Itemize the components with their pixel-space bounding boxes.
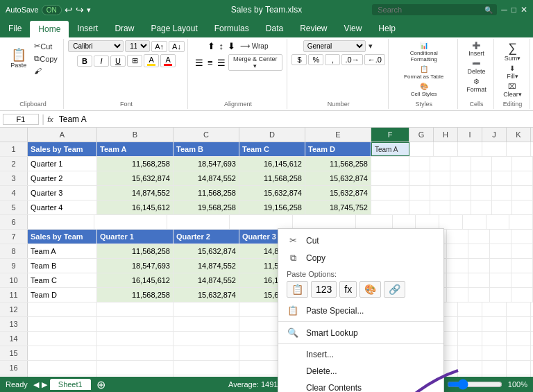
cell-H5[interactable] bbox=[430, 201, 451, 214]
col-header-B[interactable]: B bbox=[97, 128, 174, 142]
cell-K1[interactable] bbox=[507, 142, 531, 156]
cell-K11[interactable] bbox=[490, 288, 511, 302]
cell-B6[interactable] bbox=[94, 215, 167, 229]
currency-button[interactable]: $ bbox=[291, 54, 307, 65]
col-header-I[interactable]: I bbox=[458, 128, 482, 142]
cell-E6[interactable] bbox=[293, 215, 356, 229]
cell-L7[interactable] bbox=[511, 230, 533, 244]
cell-F4[interactable] bbox=[371, 186, 409, 200]
cell-14-1[interactable] bbox=[97, 332, 174, 346]
bold-button[interactable]: B bbox=[77, 56, 92, 67]
borders-button[interactable]: ⊞ bbox=[127, 55, 142, 67]
tab-data[interactable]: Data bbox=[257, 19, 291, 37]
cell-B8[interactable]: 11,568,258 bbox=[97, 244, 174, 258]
cell-H3[interactable] bbox=[430, 171, 451, 185]
cell-I6[interactable] bbox=[439, 215, 463, 229]
cell-A11[interactable]: Team D bbox=[28, 288, 97, 302]
font-name-select[interactable]: Calibri bbox=[68, 40, 124, 52]
paste-values-button[interactable]: 123 bbox=[311, 281, 337, 298]
col-header-A[interactable]: A bbox=[28, 128, 97, 142]
cell-J5[interactable] bbox=[471, 201, 492, 214]
cell-F3[interactable] bbox=[371, 171, 409, 185]
cell-15-9[interactable] bbox=[482, 346, 507, 360]
cell-K3[interactable] bbox=[492, 171, 513, 185]
cell-I3[interactable] bbox=[450, 171, 471, 185]
quick-access-more[interactable]: ▾ bbox=[87, 6, 91, 15]
cell-K8[interactable] bbox=[490, 244, 511, 258]
col-header-H[interactable]: H bbox=[434, 128, 458, 142]
paste-button[interactable]: 📋 Paste bbox=[6, 47, 31, 70]
cell-E4[interactable]: 15,632,874 bbox=[305, 186, 371, 200]
paste-format-button[interactable]: 🎨 bbox=[359, 281, 381, 298]
cell-13-0[interactable] bbox=[28, 317, 97, 331]
cell-16-2[interactable] bbox=[174, 361, 239, 375]
cell-J9[interactable] bbox=[468, 259, 490, 273]
format-table-button[interactable]: 📋 Format as Table bbox=[402, 64, 446, 81]
col-header-G[interactable]: G bbox=[409, 128, 434, 142]
cell-I2[interactable] bbox=[450, 157, 471, 171]
number-dropdown[interactable]: ▾ bbox=[367, 41, 374, 51]
cell-J8[interactable] bbox=[468, 244, 490, 258]
fill-color-button[interactable]: A bbox=[144, 54, 159, 67]
cell-D3[interactable]: 11,568,258 bbox=[239, 171, 305, 185]
scroll-sheets-right[interactable]: ▶ bbox=[42, 380, 47, 389]
cell-styles-button[interactable]: 🎨 Cell Styles bbox=[409, 81, 439, 99]
delete-cells-button[interactable]: ➖ Delete bbox=[465, 58, 487, 76]
cell-16-9[interactable] bbox=[482, 361, 507, 375]
cell-J2[interactable] bbox=[471, 157, 492, 171]
cell-D4[interactable]: 15,632,874 bbox=[239, 186, 305, 200]
cell-C10[interactable]: 14,874,552 bbox=[174, 273, 239, 287]
cell-K9[interactable] bbox=[490, 259, 511, 273]
cell-13-9[interactable] bbox=[482, 317, 507, 331]
cell-D6[interactable] bbox=[230, 215, 293, 229]
cell-reference-input[interactable] bbox=[3, 114, 39, 125]
cell-F6[interactable] bbox=[356, 215, 393, 229]
cut-button[interactable]: ✂ Cut bbox=[32, 40, 60, 52]
fill-button[interactable]: ⬇ Fill▾ bbox=[505, 63, 521, 81]
tab-review[interactable]: Review bbox=[291, 19, 335, 37]
cell-F5[interactable] bbox=[371, 201, 409, 214]
cell-12-2[interactable] bbox=[174, 302, 239, 316]
col-header-K[interactable]: K bbox=[507, 128, 531, 142]
cell-I8[interactable] bbox=[447, 244, 468, 258]
cell-14-10[interactable] bbox=[507, 332, 531, 346]
cell-D1[interactable]: Team C bbox=[239, 142, 305, 156]
col-header-F[interactable]: F bbox=[371, 128, 409, 142]
tab-formulas[interactable]: Formulas bbox=[206, 19, 257, 37]
cell-H4[interactable] bbox=[430, 186, 451, 200]
cell-E5[interactable]: 18,745,752 bbox=[305, 201, 371, 214]
add-sheet-button[interactable]: ⊕ bbox=[94, 378, 108, 391]
tab-home[interactable]: Home bbox=[30, 21, 69, 37]
close-icon[interactable]: ✕ bbox=[521, 5, 527, 15]
cell-F2[interactable] bbox=[371, 157, 409, 171]
cell-B10[interactable]: 16,145,612 bbox=[97, 273, 174, 287]
italic-button[interactable]: I bbox=[94, 56, 109, 67]
cell-A10[interactable]: Team C bbox=[28, 273, 97, 287]
font-color-button[interactable]: A bbox=[160, 54, 176, 67]
cell-D2[interactable]: 16,145,612 bbox=[239, 157, 305, 171]
cm-clear-contents[interactable]: Clear Contents bbox=[278, 380, 443, 392]
cell-J6[interactable] bbox=[463, 215, 487, 229]
cell-G1[interactable] bbox=[409, 142, 434, 156]
cell-15-1[interactable] bbox=[97, 346, 174, 360]
cell-I11[interactable] bbox=[447, 288, 468, 302]
cell-C8[interactable]: 15,632,874 bbox=[174, 244, 239, 258]
number-format-select[interactable]: General bbox=[303, 40, 366, 52]
cell-J7[interactable] bbox=[468, 230, 490, 244]
cell-B11[interactable]: 11,568,258 bbox=[97, 288, 174, 302]
cell-G5[interactable] bbox=[409, 201, 430, 214]
col-header-E[interactable]: E bbox=[305, 128, 371, 142]
cell-B3[interactable]: 15,632,874 bbox=[97, 171, 174, 185]
format-painter-button[interactable]: 🖌 bbox=[32, 65, 60, 76]
cell-E1[interactable]: Team D bbox=[305, 142, 371, 156]
align-middle-button[interactable]: ↕ bbox=[218, 40, 226, 52]
cell-C5[interactable]: 19,568,258 bbox=[174, 201, 239, 214]
underline-button[interactable]: U bbox=[110, 56, 126, 67]
cell-A2[interactable]: Quarter 1 bbox=[28, 157, 97, 171]
redo-icon[interactable]: ↪ bbox=[76, 4, 84, 15]
cell-B7[interactable]: Quarter 1 bbox=[97, 230, 174, 244]
copy-button[interactable]: ⧉ Copy bbox=[32, 53, 60, 65]
cell-16-0[interactable] bbox=[28, 361, 97, 375]
cell-I4[interactable] bbox=[450, 186, 471, 200]
sheet-tab-1[interactable]: Sheet1 bbox=[50, 379, 91, 390]
